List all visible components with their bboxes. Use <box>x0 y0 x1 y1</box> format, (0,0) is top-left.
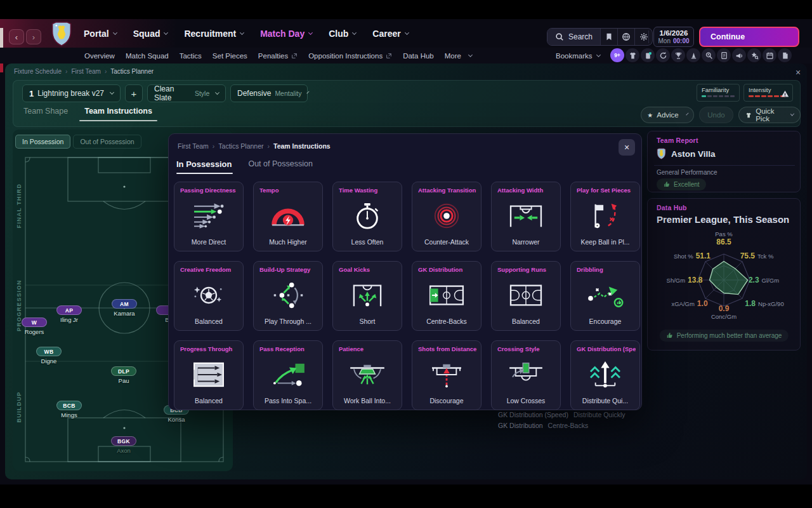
breadcrumb-item: Team Instructions <box>273 142 331 150</box>
world-button[interactable] <box>618 29 635 45</box>
player-rogers[interactable]: WRogers <box>22 318 47 335</box>
sync-icon[interactable] <box>656 48 670 62</box>
instruction-card-progress-through[interactable]: Progress ThroughBalanced <box>174 340 244 410</box>
gk-distribution-icon <box>412 277 481 314</box>
player-digne[interactable]: WBDigne <box>36 347 62 364</box>
instruction-card-time-wasting[interactable]: Time WastingLess Often <box>332 182 402 251</box>
bookmarks-dropdown[interactable]: Bookmarks <box>556 48 600 64</box>
instruction-card-play-for-set-pieces[interactable]: Play for Set PiecesKeep Ball in Pl... <box>570 182 640 251</box>
tab-out-of-possession[interactable]: Out of Possession <box>248 159 312 174</box>
search-button[interactable]: Search <box>547 29 601 45</box>
subnav-tactics[interactable]: Tactics <box>180 52 202 60</box>
settings-button[interactable] <box>635 29 652 45</box>
cone-icon[interactable] <box>686 48 700 62</box>
thumb-up-icon <box>666 332 673 339</box>
advice-button[interactable]: ★ Advice <box>641 107 694 123</box>
close-modal-button[interactable]: × <box>619 139 635 156</box>
notes-icon[interactable] <box>778 48 792 62</box>
date-value: 1/6/2026 <box>660 29 688 37</box>
player-kamara[interactable]: AMKamara <box>112 299 137 317</box>
continue-button[interactable]: Continue <box>699 27 799 47</box>
radar-axis-label: Sh/Gm13.8 <box>667 276 703 284</box>
nav-club[interactable]: Club <box>329 29 356 39</box>
nav-match-day[interactable]: Match Day <box>260 29 312 39</box>
subnav-more[interactable]: More <box>445 52 472 60</box>
view-tabs: Team ShapeTeam Instructions <box>23 107 152 124</box>
instruction-card-attacking-transition[interactable]: Attacking TransitionCounter-Attack <box>412 182 481 251</box>
breadcrumb-item[interactable]: First Team <box>178 142 209 150</box>
style-selector[interactable]: Clean Slate Style <box>147 84 226 102</box>
team-instructions-modal: First Team›Tactics Planner›Team Instruct… <box>168 133 642 410</box>
notifications-icon[interactable]: 9+ <box>610 48 624 62</box>
nav-career[interactable]: Career <box>372 29 408 39</box>
breadcrumb-item[interactable]: First Team <box>71 68 101 75</box>
player-pau[interactable]: DLPPau <box>111 366 136 384</box>
close-page-icon[interactable]: × <box>792 66 804 79</box>
creative-freedom-icon <box>174 277 243 314</box>
nav-recruitment[interactable]: Recruitment <box>184 29 244 39</box>
add-tactic-button[interactable]: + <box>125 84 143 102</box>
radar-axis-label: Shot %51.1 <box>674 251 710 260</box>
calendar-icon[interactable] <box>763 48 776 62</box>
instruction-card-goal-kicks[interactable]: Goal KicksShort <box>332 261 402 331</box>
build-up-icon <box>254 277 322 314</box>
instruction-card-dribbling[interactable]: DribblingEncourage <box>570 261 640 331</box>
tactic-selector[interactable]: 1 Lightning break v27 <box>22 84 121 102</box>
mentality-selector[interactable]: Defensive Mentality <box>230 84 308 102</box>
instruction-card-attacking-width[interactable]: Attacking WidthNarrower <box>491 182 561 251</box>
player-name: Digne <box>41 358 57 364</box>
instruction-card-pass-reception[interactable]: Pass ReceptionPass Into Spa... <box>253 340 323 410</box>
tab-team-shape[interactable]: Team Shape <box>23 107 68 121</box>
subnav-data-hub[interactable]: Data Hub <box>403 52 434 60</box>
subnav-overview[interactable]: Overview <box>84 52 115 60</box>
dribbling-icon <box>571 277 639 314</box>
instruction-card-crossing-style[interactable]: Crossing StyleLow Crosses <box>491 340 561 410</box>
instruction-card-tempo[interactable]: TempoMuch Higher <box>253 182 323 251</box>
supporting-runs-icon <box>492 277 560 314</box>
player-iling-jr[interactable]: APIling Jr <box>56 305 82 323</box>
subnav-opposition-instructions[interactable]: Opposition Instructions <box>308 52 392 60</box>
instruction-card-passing-directness[interactable]: Passing DirectnessMore Direct <box>174 182 244 251</box>
instruction-card-gk-distribution-speed[interactable]: GK Distribution (SpeedDistribute Qui... <box>570 340 640 410</box>
back-button[interactable]: ‹ <box>9 29 24 44</box>
instruction-card-supporting-runs[interactable]: Supporting RunsBalanced <box>491 261 561 331</box>
bookmark-button[interactable] <box>601 29 618 45</box>
instruction-summary-row: GK DistributionCentre-Backs <box>498 422 625 429</box>
breadcrumb-item[interactable]: Fixture Schedule <box>14 68 62 75</box>
tab-in-possession[interactable]: In Possession <box>176 159 232 174</box>
instruction-card-shots-from-distance[interactable]: Shots from DistanceDiscourage <box>412 340 481 410</box>
scout-icon[interactable] <box>702 48 716 62</box>
undo-button[interactable]: Undo <box>699 107 733 123</box>
player-axon[interactable]: BGKAxon <box>111 436 136 454</box>
bookmark-icon <box>605 32 613 41</box>
tab-team-instructions[interactable]: Team Instructions <box>84 107 152 121</box>
subnav-penalties[interactable]: Penalties <box>258 52 298 60</box>
subnav-set-pieces[interactable]: Set Pieces <box>213 52 247 60</box>
instruction-card-creative-freedom[interactable]: Creative FreedomBalanced <box>174 261 244 331</box>
search-label: Search <box>568 32 593 41</box>
player-name: Axon <box>117 447 131 454</box>
door-icon[interactable] <box>641 48 655 62</box>
date-day: Mon <box>658 37 670 45</box>
divider <box>654 165 795 166</box>
report-icon[interactable] <box>717 48 731 62</box>
nav-squad[interactable]: Squad <box>133 29 168 39</box>
shirt-icon[interactable] <box>625 48 639 62</box>
tactic-slot: 1 <box>29 89 34 98</box>
quick-pick-button[interactable]: Quick Pick <box>738 107 801 123</box>
familiarity-meter: Familiarity <box>697 84 740 102</box>
trophy-icon[interactable] <box>671 48 685 62</box>
instruction-card-gk-distribution[interactable]: GK DistributionCentre-Backs <box>412 261 481 331</box>
player-role-pill: AP <box>56 305 82 315</box>
instruction-card-build-up-strategy[interactable]: Build-Up StrategyPlay Through ... <box>253 261 323 331</box>
forward-button[interactable]: › <box>26 29 41 44</box>
star-search-icon[interactable] <box>747 48 761 62</box>
megaphone-icon[interactable] <box>732 48 746 62</box>
instruction-card-patience[interactable]: PatienceWork Ball Into... <box>332 340 402 410</box>
player-mings[interactable]: BCBMings <box>56 401 82 418</box>
nav-portal[interactable]: Portal <box>84 29 117 39</box>
player-role-pill: AM <box>112 299 137 309</box>
subnav-match-squad[interactable]: Match Squad <box>126 52 169 60</box>
breadcrumb-item[interactable]: Tactics Planner <box>218 142 263 150</box>
player-role-pill: BCB <box>56 401 82 410</box>
